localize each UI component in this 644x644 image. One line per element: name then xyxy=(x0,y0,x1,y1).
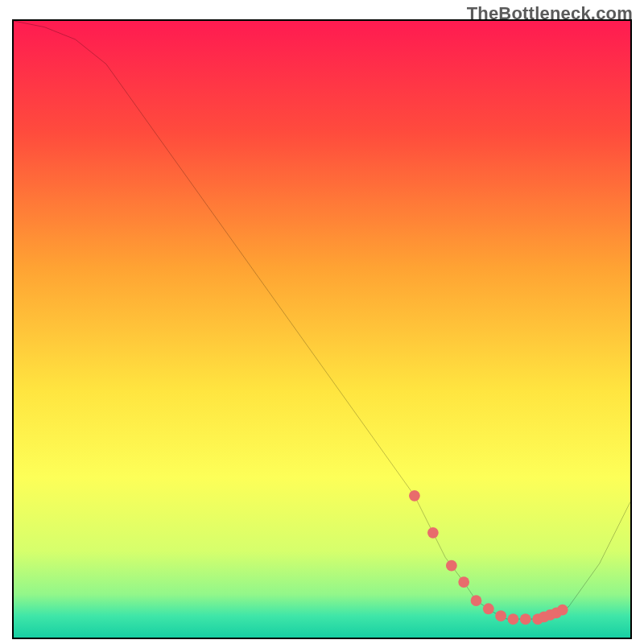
curve-marker xyxy=(458,576,469,588)
curve-marker xyxy=(471,595,482,606)
attribution-watermark: TheBottleneck.com xyxy=(467,3,633,24)
chart-svg xyxy=(14,21,630,638)
curve-marker xyxy=(508,613,519,625)
curve-marker xyxy=(483,603,494,614)
curve-marker xyxy=(520,613,531,625)
curve-marker xyxy=(409,490,420,502)
plot-area xyxy=(12,19,632,639)
chart-stage: TheBottleneck.com xyxy=(0,0,644,644)
curve-marker xyxy=(446,560,457,572)
curve-marker xyxy=(557,605,568,616)
gradient-background xyxy=(14,21,630,638)
curve-marker xyxy=(427,527,439,539)
curve-marker xyxy=(495,610,506,621)
